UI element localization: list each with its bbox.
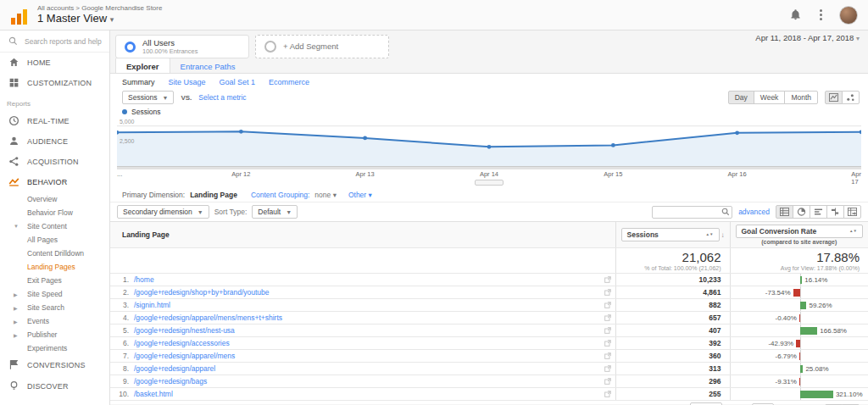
- sidebar-item-events[interactable]: ▶Events: [0, 314, 109, 328]
- content-grouping-value[interactable]: none ▾: [314, 191, 337, 199]
- primary-dimension-value[interactable]: Landing Page: [190, 191, 237, 199]
- sidebar-item-acquisition[interactable]: ACQUISITION: [0, 152, 109, 172]
- acquisition-icon: [8, 156, 20, 168]
- tab-explorer[interactable]: Explorer: [115, 58, 170, 74]
- content-grouping-link[interactable]: Content Grouping:: [251, 191, 309, 199]
- sidebar-item-behavior[interactable]: BEHAVIOR: [0, 172, 109, 192]
- chevron-right-icon[interactable]: ▶: [14, 319, 18, 325]
- table-pagination: Show rows: 10▲▼ Go to: 1 - 10 of 178 ◄ ►: [110, 401, 868, 405]
- sort-type-select[interactable]: Default▼: [252, 205, 298, 219]
- rate-bar: [799, 314, 801, 322]
- open-in-new-icon[interactable]: [604, 289, 611, 296]
- granularity-month-button[interactable]: Month: [784, 91, 818, 104]
- open-in-new-icon[interactable]: [604, 302, 611, 308]
- sessions-line-chart[interactable]: 2,5005,000: [117, 117, 861, 166]
- avatar[interactable]: [839, 6, 858, 25]
- analytics-logo-icon[interactable]: [0, 0, 37, 31]
- table-view-icon[interactable]: [776, 205, 793, 219]
- line-chart-icon[interactable]: [825, 91, 843, 104]
- sidebar-item-behavior-flow[interactable]: Behavior Flow: [0, 206, 109, 219]
- landing-page-link[interactable]: /basket.html: [134, 390, 173, 398]
- percentage-view-icon[interactable]: [793, 205, 810, 219]
- totals-row: 21,062 % of Total: 100.00% (21,062) 17.8…: [110, 248, 868, 274]
- sidebar-item-customization[interactable]: CUSTOMIZATION: [0, 73, 109, 93]
- column-header-landing-page[interactable]: Landing Page: [110, 222, 615, 248]
- pivot-view-icon[interactable]: [843, 205, 861, 219]
- sessions-value: 392: [615, 337, 730, 350]
- view-selector[interactable]: 1 Master View ▾: [37, 13, 162, 25]
- sessions-value: 882: [615, 299, 730, 312]
- advanced-search-link[interactable]: advanced: [738, 208, 770, 216]
- sidebar-item-content-drilldown[interactable]: Content Drilldown: [0, 247, 109, 260]
- sidebar-item-discover[interactable]: DISCOVER: [0, 376, 109, 397]
- bell-icon[interactable]: [788, 8, 802, 22]
- sidebar-item-audience[interactable]: AUDIENCE: [0, 131, 109, 152]
- comparison-metric-select[interactable]: Goal Conversion Rate▲▼: [736, 225, 864, 238]
- open-in-new-icon[interactable]: [604, 340, 611, 347]
- range-drag-handle[interactable]: [475, 180, 504, 186]
- date-range-selector[interactable]: Apr 11, 2018 - Apr 17, 2018 ▾: [755, 33, 860, 42]
- chevron-right-icon[interactable]: ▶: [14, 291, 18, 297]
- landing-page-link[interactable]: /google+redesign/accessories: [134, 339, 230, 347]
- sidebar-item-all-pages[interactable]: All Pages: [0, 233, 109, 247]
- chevron-down-icon[interactable]: ▼: [14, 224, 19, 229]
- sidebar-item-conversions[interactable]: CONVERSIONS: [0, 355, 109, 375]
- open-in-new-icon[interactable]: [604, 391, 611, 397]
- rate-cell: -6.79%: [730, 350, 868, 363]
- landing-page-link[interactable]: /home: [134, 275, 154, 284]
- open-in-new-icon[interactable]: [604, 327, 611, 334]
- sidebar-item-label: CUSTOMIZATION: [27, 79, 92, 87]
- sidebar-search[interactable]: Search reports and help: [0, 31, 109, 53]
- granularity-day-button[interactable]: Day: [728, 91, 754, 104]
- open-in-new-icon[interactable]: [604, 276, 611, 283]
- sessions-metric-select[interactable]: Sessions▲▼: [621, 228, 720, 241]
- sidebar-item-home[interactable]: HOME: [0, 53, 109, 73]
- granularity-week-button[interactable]: Week: [754, 91, 786, 104]
- landing-page-link[interactable]: /signin.html: [134, 301, 170, 309]
- open-in-new-icon[interactable]: [604, 365, 611, 372]
- chevron-right-icon[interactable]: ▶: [14, 332, 18, 338]
- segment-chip-all-users[interactable]: All Users 100.00% Entrances: [115, 35, 249, 58]
- landing-page-link[interactable]: /google+redesign/apparel/mens/mens+t+shi…: [134, 313, 282, 322]
- metric-select[interactable]: Sessions▼: [122, 91, 174, 104]
- secondary-dimension-button[interactable]: Secondary dimension▼: [117, 205, 209, 219]
- tab-entrance-paths[interactable]: Entrance Paths: [170, 58, 246, 74]
- sort-direction-icon[interactable]: ↓: [721, 231, 725, 239]
- landing-page-link[interactable]: /google+redesign/bags: [134, 377, 207, 386]
- reports-section-label: Reports: [0, 93, 109, 111]
- other-dimension-link[interactable]: Other ▾: [348, 191, 372, 199]
- sidebar-item-exit-pages[interactable]: Exit Pages: [0, 274, 109, 287]
- open-in-new-icon[interactable]: [604, 314, 611, 321]
- sidebar-item-site-speed[interactable]: ▶Site Speed: [0, 287, 109, 301]
- landing-page-link[interactable]: /google+redesign/apparel/mens: [134, 352, 235, 360]
- sidebar-item-label: HOME: [27, 58, 51, 67]
- rate-bar: [800, 391, 833, 398]
- add-segment-label: + Add Segment: [283, 42, 338, 51]
- segment-name: All Users: [142, 38, 198, 47]
- subtab-goal-set-1[interactable]: Goal Set 1: [220, 78, 256, 88]
- chevron-right-icon[interactable]: ▶: [14, 305, 18, 311]
- subtab-site-usage[interactable]: Site Usage: [169, 78, 206, 88]
- open-in-new-icon[interactable]: [604, 378, 611, 385]
- kebab-menu-icon[interactable]: [814, 8, 827, 22]
- subtab-ecommerce[interactable]: Ecommerce: [269, 78, 309, 88]
- sidebar-item-publisher[interactable]: ▶Publisher: [0, 328, 109, 341]
- sidebar-item-landing-pages[interactable]: Landing Pages: [0, 260, 109, 274]
- sidebar-item-site-content[interactable]: ▼Site Content: [0, 219, 109, 233]
- sidebar-item-overview[interactable]: Overview: [0, 192, 109, 206]
- add-segment-button[interactable]: + Add Segment: [255, 35, 389, 58]
- comparison-view-icon[interactable]: [826, 205, 844, 219]
- sidebar-item-real-time[interactable]: REAL-TIME: [0, 111, 109, 131]
- table-search-input[interactable]: [652, 206, 732, 219]
- performance-view-icon[interactable]: [810, 205, 827, 219]
- landing-page-link[interactable]: /google+redesign/nest/nest-usa: [134, 326, 235, 335]
- landing-page-link[interactable]: /google+redesign/shop+by+brand/youtube: [134, 288, 270, 297]
- subtab-summary[interactable]: Summary: [122, 78, 155, 88]
- select-a-metric-link[interactable]: Select a metric: [198, 93, 246, 102]
- search-icon[interactable]: [721, 208, 730, 216]
- open-in-new-icon[interactable]: [604, 352, 611, 359]
- sidebar-item-experiments[interactable]: Experiments: [0, 341, 109, 355]
- motion-chart-icon[interactable]: [842, 91, 860, 104]
- sidebar-item-site-search[interactable]: ▶Site Search: [0, 301, 109, 314]
- landing-page-link[interactable]: /google+redesign/apparel: [134, 364, 215, 373]
